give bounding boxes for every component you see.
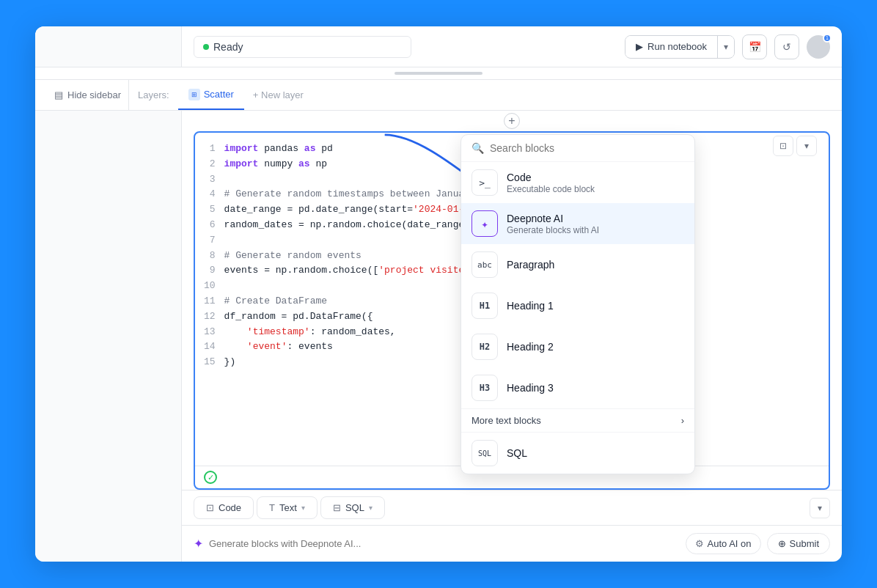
line-numbers: 12345 678910 1112131415 — [195, 133, 221, 466]
search-icon: 🔍 — [471, 142, 484, 154]
text-block-label: Text — [279, 502, 297, 513]
sql-block-dropdown-name: SQL — [507, 447, 684, 459]
refresh-icon: ↺ — [782, 41, 791, 53]
new-layer-label: + New layer — [253, 89, 304, 100]
ai-sparkle-icon: ✦ — [194, 537, 203, 551]
h1-block-info: Heading 1 — [507, 300, 684, 312]
cell-display-toggle[interactable]: ⊡ — [773, 136, 793, 156]
add-code-button[interactable]: ⊡ Code — [194, 496, 254, 519]
new-layer-button[interactable]: + New layer — [244, 89, 312, 100]
block-search-input[interactable] — [490, 142, 684, 154]
heading2-block-option[interactable]: H2 Heading 2 — [461, 326, 694, 367]
play-icon: ▶ — [636, 41, 643, 52]
circle-icon: ⊕ — [778, 538, 786, 549]
chevron-down-icon: ▾ — [818, 503, 822, 513]
bottom-toolbar: ⊡ Code T Text ▾ ⊟ SQL ▾ ▾ — [182, 490, 842, 525]
ai-block-name: Deepnote AI — [507, 213, 684, 224]
text-dropdown-icon: ▾ — [301, 504, 305, 512]
run-notebook-label: Run notebook — [647, 41, 707, 52]
deepnote-ai-block-option[interactable]: ✦ Deepnote AI Generate blocks with AI — [461, 203, 694, 244]
main-window: Ready ▶ Run notebook ▾ 📅 ↺ 1 — [35, 26, 842, 562]
code-type-icon: >_ — [471, 169, 498, 196]
code-block-label: Code — [219, 502, 241, 513]
ai-type-icon: ✦ — [471, 210, 498, 237]
tab-scatter[interactable]: ⊞ Scatter — [178, 80, 244, 110]
h3-block-info: Heading 3 — [507, 382, 684, 394]
block-picker-dropdown: 🔍 >_ Code Executable code block ✦ Deepno… — [460, 134, 695, 474]
scroll-area — [35, 67, 842, 80]
h3-type-icon: H3 — [471, 375, 498, 401]
cell-options-toggle[interactable]: ▾ — [796, 136, 817, 156]
code-block-icon: ⊡ — [206, 502, 214, 513]
h2-block-name: Heading 2 — [507, 341, 684, 353]
h3-block-name: Heading 3 — [507, 382, 684, 394]
add-block-row: + — [182, 111, 842, 131]
sql-block-info: SQL — [507, 447, 684, 459]
run-dropdown-button[interactable]: ▾ — [718, 36, 734, 57]
add-text-button[interactable]: T Text ▾ — [257, 496, 318, 519]
topbar-left-sidebar — [35, 26, 182, 67]
code-block-info: Code Executable code block — [507, 172, 684, 194]
h2-type-icon: H2 — [471, 334, 498, 360]
display-icon: ⊡ — [779, 141, 787, 151]
search-box: 🔍 — [461, 135, 694, 162]
text-block-icon: T — [269, 502, 275, 513]
sql-dropdown-icon: ▾ — [369, 504, 373, 512]
ai-block-info: Deepnote AI Generate blocks with AI — [507, 213, 684, 235]
calendar-icon-button[interactable]: 📅 — [742, 34, 767, 59]
cell-toolbar: ⊡ ▾ — [773, 136, 817, 156]
avatar-badge: 1 — [823, 34, 832, 43]
heading3-block-option[interactable]: H3 Heading 3 — [461, 367, 694, 408]
add-block-button[interactable]: + — [504, 113, 520, 129]
run-notebook-button[interactable]: ▶ Run notebook — [625, 36, 717, 57]
tab-scatter-label: Scatter — [204, 89, 234, 100]
run-btn-group[interactable]: ▶ Run notebook ▾ — [625, 35, 735, 59]
paragraph-block-option[interactable]: abc Paragraph — [461, 244, 694, 285]
more-options-button[interactable]: ▾ — [810, 498, 830, 518]
ai-prompt-bar: ✦ ⚙ Auto AI on ⊕ Submit — [182, 525, 842, 562]
code-block-option[interactable]: >_ Code Executable code block — [461, 162, 694, 203]
refresh-icon-button[interactable]: ↺ — [774, 34, 799, 59]
status-indicator: Ready — [194, 36, 411, 58]
sql-type-icon: SQL — [471, 440, 498, 466]
sql-block-label: SQL — [345, 502, 364, 513]
avatar[interactable]: 1 — [807, 35, 830, 59]
code-block-name: Code — [507, 172, 684, 183]
code-block-desc: Executable code block — [507, 184, 684, 194]
submit-label: Submit — [790, 538, 819, 549]
chevron-down-icon: ▾ — [724, 42, 728, 52]
sidebar-panel — [35, 111, 182, 562]
sql-block-dropdown-option[interactable]: SQL SQL — [461, 432, 694, 474]
status-dot — [203, 44, 209, 50]
gear-icon: ⚙ — [695, 538, 704, 549]
topbar: Ready ▶ Run notebook ▾ 📅 ↺ 1 — [35, 26, 842, 67]
heading1-block-option[interactable]: H1 Heading 1 — [461, 285, 694, 326]
h1-block-name: Heading 1 — [507, 300, 684, 312]
layers-bar: ▤ Hide sidebar Layers: ⊞ Scatter + New l… — [35, 80, 842, 111]
more-text-blocks-row[interactable]: More text blocks › — [461, 408, 694, 432]
submit-button[interactable]: ⊕ Submit — [767, 533, 830, 554]
main-content: + ⊡ ▾ 12345 678910 1112131 — [35, 111, 842, 562]
hide-sidebar-label: Hide sidebar — [67, 89, 121, 100]
layers-label: Layers: — [129, 89, 178, 100]
paragraph-type-icon: abc — [471, 251, 498, 278]
success-icon: ✓ — [204, 471, 217, 484]
ai-block-desc: Generate blocks with AI — [507, 225, 684, 235]
chevron-right-icon: › — [681, 415, 684, 426]
ai-prompt-input[interactable] — [209, 538, 680, 549]
h2-block-info: Heading 2 — [507, 341, 684, 353]
auto-ai-button[interactable]: ⚙ Auto AI on — [686, 533, 761, 554]
paragraph-block-info: Paragraph — [507, 259, 684, 271]
more-text-label: More text blocks — [471, 415, 541, 426]
add-sql-button[interactable]: ⊟ SQL ▾ — [320, 496, 385, 519]
sidebar-icon: ▤ — [54, 89, 63, 100]
paragraph-block-name: Paragraph — [507, 259, 684, 271]
chevron-down-icon: ▾ — [804, 141, 809, 151]
h1-type-icon: H1 — [471, 293, 498, 319]
sql-block-icon: ⊟ — [333, 502, 341, 513]
scatter-icon: ⊞ — [188, 89, 200, 100]
status-text: Ready — [213, 41, 243, 53]
topbar-right: Ready ▶ Run notebook ▾ 📅 ↺ 1 — [182, 26, 842, 67]
scroll-track — [395, 72, 482, 75]
hide-sidebar-button[interactable]: ▤ Hide sidebar — [47, 80, 129, 110]
